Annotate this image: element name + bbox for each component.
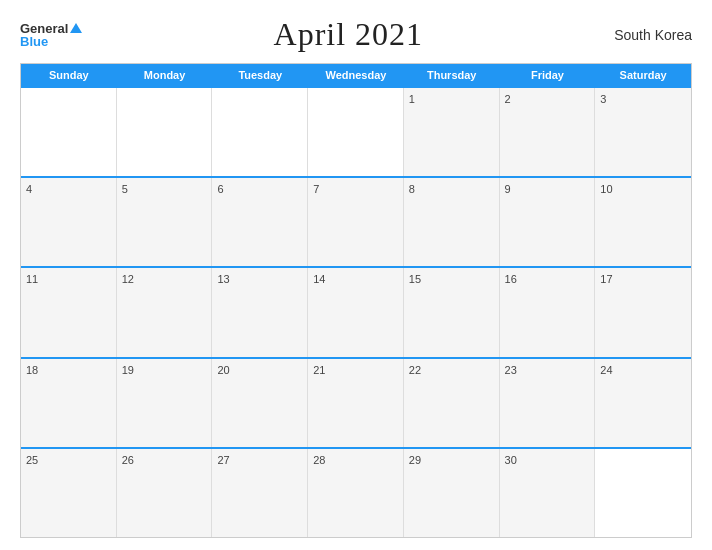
week-row-3: 11121314151617: [21, 266, 691, 356]
day-number: 23: [505, 363, 590, 378]
day-cell: 13: [212, 268, 308, 356]
day-cell: 30: [500, 449, 596, 537]
day-header-saturday: Saturday: [595, 64, 691, 86]
day-cell: 26: [117, 449, 213, 537]
day-number: 30: [505, 453, 590, 468]
day-cell: 14: [308, 268, 404, 356]
logo-blue-text: Blue: [20, 35, 48, 48]
day-cell: 1: [404, 88, 500, 176]
day-number: 5: [122, 182, 207, 197]
day-number: 24: [600, 363, 686, 378]
day-number: 29: [409, 453, 494, 468]
day-cell: 22: [404, 359, 500, 447]
day-number: 12: [122, 272, 207, 287]
day-cell: 2: [500, 88, 596, 176]
day-cell: 11: [21, 268, 117, 356]
day-cell: 17: [595, 268, 691, 356]
day-cell: 25: [21, 449, 117, 537]
day-cell: [595, 449, 691, 537]
day-header-wednesday: Wednesday: [308, 64, 404, 86]
logo-triangle-icon: [70, 23, 82, 33]
day-cell: 3: [595, 88, 691, 176]
week-row-1: 123: [21, 86, 691, 176]
day-number: 1: [409, 92, 494, 107]
day-number: 14: [313, 272, 398, 287]
day-number: 13: [217, 272, 302, 287]
calendar-page: General Blue April 2021 South Korea Sund…: [0, 0, 712, 550]
week-row-4: 18192021222324: [21, 357, 691, 447]
day-number: 25: [26, 453, 111, 468]
day-number: 2: [505, 92, 590, 107]
day-number: 19: [122, 363, 207, 378]
day-cell: 23: [500, 359, 596, 447]
day-number: 20: [217, 363, 302, 378]
day-cell: 27: [212, 449, 308, 537]
day-number: 6: [217, 182, 302, 197]
day-cell: 9: [500, 178, 596, 266]
day-number: 28: [313, 453, 398, 468]
day-header-monday: Monday: [117, 64, 213, 86]
day-number: 17: [600, 272, 686, 287]
day-cell: [212, 88, 308, 176]
day-cell: 18: [21, 359, 117, 447]
day-headers-row: SundayMondayTuesdayWednesdayThursdayFrid…: [21, 64, 691, 86]
day-number: 10: [600, 182, 686, 197]
day-cell: 29: [404, 449, 500, 537]
day-number: 3: [600, 92, 686, 107]
day-number: 11: [26, 272, 111, 287]
day-cell: 4: [21, 178, 117, 266]
day-cell: 19: [117, 359, 213, 447]
day-number: 8: [409, 182, 494, 197]
day-cell: 6: [212, 178, 308, 266]
day-number: 7: [313, 182, 398, 197]
day-number: 18: [26, 363, 111, 378]
day-number: 4: [26, 182, 111, 197]
logo: General Blue: [20, 22, 82, 48]
day-number: 9: [505, 182, 590, 197]
day-number: 22: [409, 363, 494, 378]
calendar-title: April 2021: [274, 16, 424, 53]
day-number: 21: [313, 363, 398, 378]
day-cell: 28: [308, 449, 404, 537]
calendar-header: General Blue April 2021 South Korea: [20, 16, 692, 53]
day-cell: 15: [404, 268, 500, 356]
day-number: 27: [217, 453, 302, 468]
day-cell: 16: [500, 268, 596, 356]
day-cell: [21, 88, 117, 176]
day-cell: 24: [595, 359, 691, 447]
day-cell: [308, 88, 404, 176]
day-number: 26: [122, 453, 207, 468]
day-cell: 12: [117, 268, 213, 356]
day-header-friday: Friday: [500, 64, 596, 86]
day-cell: 8: [404, 178, 500, 266]
week-row-2: 45678910: [21, 176, 691, 266]
day-header-thursday: Thursday: [404, 64, 500, 86]
day-cell: 7: [308, 178, 404, 266]
day-cell: 21: [308, 359, 404, 447]
weeks-container: 1234567891011121314151617181920212223242…: [21, 86, 691, 537]
region-label: South Korea: [614, 27, 692, 43]
day-cell: 20: [212, 359, 308, 447]
week-row-5: 252627282930: [21, 447, 691, 537]
day-header-sunday: Sunday: [21, 64, 117, 86]
day-number: 15: [409, 272, 494, 287]
day-number: 16: [505, 272, 590, 287]
day-cell: 10: [595, 178, 691, 266]
calendar-grid: SundayMondayTuesdayWednesdayThursdayFrid…: [20, 63, 692, 538]
logo-general-text: General: [20, 22, 68, 35]
day-cell: [117, 88, 213, 176]
day-header-tuesday: Tuesday: [212, 64, 308, 86]
day-cell: 5: [117, 178, 213, 266]
